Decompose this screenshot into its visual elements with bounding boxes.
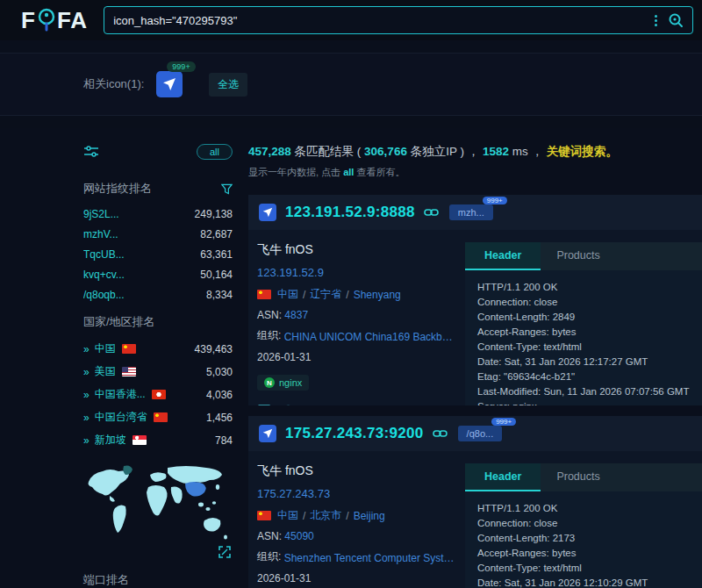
result-ip-port-link[interactable]: 175.27.243.73:9200 bbox=[285, 425, 424, 442]
search-bar bbox=[104, 6, 693, 34]
query-time: 1582 bbox=[483, 145, 509, 158]
result-details: 飞牛 fnOS 123.191.52.9 中国 / 辽宁省 / Shenyang… bbox=[257, 242, 465, 405]
fnos-logo-icon bbox=[162, 77, 176, 91]
org-link[interactable]: CHINA UNICOM China169 Backbone bbox=[284, 331, 455, 343]
result-ip-link[interactable]: 175.27.243.73 bbox=[257, 487, 465, 500]
fingerprint-badge-count: 999+ bbox=[483, 197, 507, 204]
result-location: 中国 / 辽宁省 / Shenyang bbox=[257, 287, 465, 302]
all-link[interactable]: all bbox=[343, 167, 354, 177]
double-chevron-icon: » bbox=[83, 343, 90, 355]
port-ranking-title: 端口排名 bbox=[83, 572, 129, 588]
country-row[interactable]: » 中国香港... 4,036 bbox=[83, 387, 233, 402]
country-flag bbox=[122, 344, 136, 354]
tab-header[interactable]: Header bbox=[465, 463, 541, 491]
top-navbar: F FA bbox=[0, 0, 702, 40]
select-all-button[interactable]: 全选 bbox=[209, 73, 247, 97]
fingerprint-ranking-title: 网站指纹排名 bbox=[83, 181, 152, 197]
country-flag bbox=[122, 367, 136, 376]
result-org: 组织: Shenzhen Tencent Computer Systems Co… bbox=[257, 549, 465, 564]
result-title: 飞牛 fnOS bbox=[257, 242, 465, 258]
org-link[interactable]: Shenzhen Tencent Computer Systems Compa.… bbox=[284, 552, 455, 564]
fofa-o-icon bbox=[37, 7, 56, 33]
search-input[interactable] bbox=[113, 14, 648, 27]
result-date: 2026-01-31 bbox=[257, 572, 465, 584]
unique-ip-count: 306,766 bbox=[364, 145, 407, 158]
double-chevron-icon: » bbox=[83, 366, 90, 378]
fingerprint-ranking-list: 9jS2L... 249,138 mzhV... 82,687 TqcUB...… bbox=[83, 208, 233, 301]
result-card: 123.191.52.9:8888 mzh... 999+ 飞牛 fnOS 12… bbox=[248, 195, 702, 405]
tab-products[interactable]: Products bbox=[541, 463, 615, 491]
tab-header[interactable]: Header bbox=[465, 242, 541, 270]
external-link-icon[interactable] bbox=[424, 207, 439, 218]
filter-sliders-icon[interactable] bbox=[83, 145, 99, 159]
result-details: 飞牛 fnOS 175.27.243.73 中国 / 北京市 / Beijing… bbox=[257, 463, 465, 588]
result-ip-link[interactable]: 123.191.52.9 bbox=[257, 266, 465, 279]
double-chevron-icon: » bbox=[83, 434, 90, 447]
results-area: 457,288 条匹配结果 ( 306,766 条独立IP ) ， 1582 m… bbox=[248, 144, 702, 588]
location-province-link[interactable]: 辽宁省 bbox=[310, 287, 341, 302]
country-row[interactable]: » 中国台湾省 1,456 bbox=[83, 410, 233, 425]
result-stats: 457,288 条匹配结果 ( 306,766 条独立IP ) ， 1582 m… bbox=[248, 144, 702, 160]
country-ranking-title: 国家/地区排名 bbox=[83, 314, 155, 330]
asn-link[interactable]: 4837 bbox=[284, 309, 308, 321]
fingerprint-badge[interactable]: /q8o... 999+ bbox=[458, 426, 503, 441]
network-globe-icon[interactable] bbox=[282, 405, 295, 405]
related-icon-band: 相关icon(1): 999+ 全选 bbox=[0, 53, 702, 128]
result-stats-hint: 显示一年内数据, 点击 all 查看所有。 bbox=[248, 166, 702, 179]
more-options-icon[interactable] bbox=[648, 15, 664, 26]
location-city-link[interactable]: Shenyang bbox=[354, 289, 401, 301]
world-map[interactable] bbox=[83, 462, 233, 560]
fingerprint-badge-count: 999+ bbox=[491, 418, 516, 426]
result-ip-port-link[interactable]: 123.191.52.9:8888 bbox=[285, 204, 415, 221]
keyword-search-link[interactable]: 关键词搜索。 bbox=[547, 145, 618, 158]
location-country-link[interactable]: 中国 bbox=[277, 287, 298, 302]
http-header-content[interactable]: HTTP/1.1 200 OK Connection: close Conten… bbox=[465, 270, 702, 405]
fingerprint-row[interactable]: mzhV... 82,687 bbox=[83, 228, 233, 240]
fingerprint-row[interactable]: /q8oqb... 8,334 bbox=[83, 289, 233, 301]
result-date: 2026-01-31 bbox=[257, 351, 465, 363]
header-panel: Header Products HTTP/1.1 200 OK Connecti… bbox=[465, 242, 702, 405]
nginx-icon: N bbox=[264, 377, 275, 388]
location-province-link[interactable]: 北京市 bbox=[310, 508, 341, 523]
fnos-logo-icon bbox=[262, 428, 273, 439]
country-ranking-list: » 中国 439,463 » 美国 5,030 » 中国香港... 4,036 … bbox=[83, 341, 233, 448]
map-china-highlight bbox=[185, 482, 206, 497]
fingerprint-row[interactable]: 9jS2L... 249,138 bbox=[83, 208, 233, 220]
country-row[interactable]: » 中国 439,463 bbox=[83, 341, 233, 356]
logo-text-f: F bbox=[21, 7, 36, 34]
result-location: 中国 / 北京市 / Beijing bbox=[257, 508, 465, 523]
asn-link[interactable]: 45090 bbox=[284, 530, 313, 542]
location-country-link[interactable]: 中国 bbox=[277, 508, 298, 523]
http-header-content[interactable]: HTTP/1.1 200 OK Connection: close Conten… bbox=[465, 491, 702, 588]
sidebar: all 网站指纹排名 9jS2L... 249,138 mzhV... 82,6… bbox=[83, 144, 233, 588]
result-favicon[interactable] bbox=[259, 204, 276, 221]
country-row[interactable]: » 新加坡 784 bbox=[83, 433, 233, 448]
related-icon-count-badge: 999+ bbox=[167, 61, 195, 72]
country-flag bbox=[154, 412, 168, 422]
fingerprint-row[interactable]: kvq+cv... 50,164 bbox=[83, 269, 233, 281]
country-row[interactable]: » 美国 5,030 bbox=[83, 364, 233, 379]
header-panel: Header Products HTTP/1.1 200 OK Connecti… bbox=[465, 463, 702, 588]
all-filter-pill[interactable]: all bbox=[197, 144, 233, 160]
product-tag-nginx[interactable]: N nginx bbox=[257, 375, 309, 391]
map-fullscreen-icon[interactable] bbox=[218, 546, 231, 558]
location-city-link[interactable]: Beijing bbox=[354, 510, 385, 522]
match-count: 457,288 bbox=[248, 145, 291, 158]
search-icon[interactable] bbox=[668, 12, 684, 28]
map-greenland bbox=[123, 466, 133, 476]
country-flag bbox=[152, 390, 166, 399]
fofa-logo[interactable]: F FA bbox=[21, 7, 88, 34]
result-favicon[interactable] bbox=[259, 425, 276, 442]
funnel-filter-icon[interactable] bbox=[221, 183, 233, 195]
tab-products[interactable]: Products bbox=[541, 242, 615, 270]
double-chevron-icon: » bbox=[83, 389, 90, 401]
logo-text-fa: FA bbox=[57, 7, 88, 34]
fingerprint-row[interactable]: TqcUB... 63,361 bbox=[83, 248, 233, 261]
double-chevron-icon: » bbox=[83, 412, 90, 424]
country-flag bbox=[257, 511, 271, 520]
country-flag bbox=[257, 290, 271, 299]
external-link-icon[interactable] bbox=[433, 428, 448, 439]
code-view-icon[interactable] bbox=[257, 405, 271, 405]
fingerprint-badge[interactable]: mzh... 999+ bbox=[449, 204, 493, 220]
related-favicon-tile[interactable] bbox=[156, 71, 183, 97]
